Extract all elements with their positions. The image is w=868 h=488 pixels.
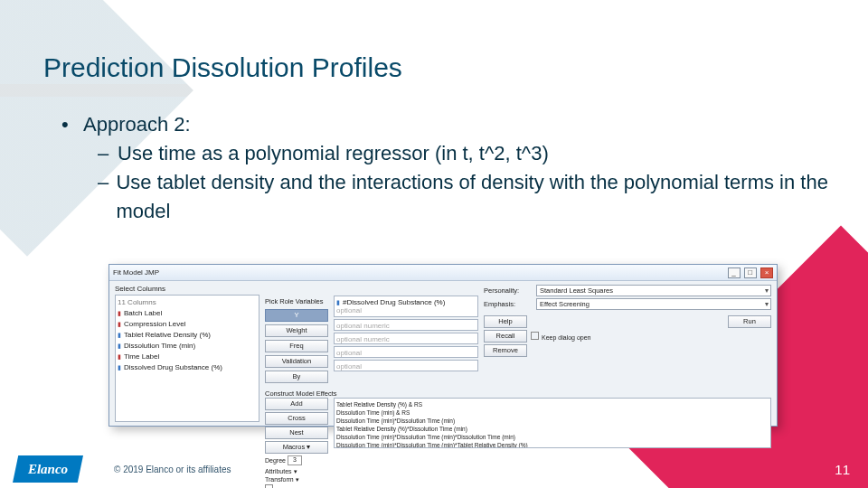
- effect-item[interactable]: Tablet Relative Density (%) & RS: [336, 400, 769, 408]
- effect-item[interactable]: Tablet Relative Density (%)*Dissolution …: [336, 425, 769, 433]
- emphasis-dropdown[interactable]: Effect Screening: [536, 298, 771, 310]
- maximize-button[interactable]: □: [744, 267, 757, 278]
- select-columns-label: Select Columns: [115, 285, 259, 293]
- close-button[interactable]: ×: [760, 267, 773, 278]
- freq-box[interactable]: optional numeric: [334, 333, 478, 344]
- columns-listbox[interactable]: 11 Columns Batch Label Compression Level…: [115, 295, 259, 422]
- list-item[interactable]: Compression Level: [118, 319, 257, 330]
- y-opt: optional: [336, 306, 476, 314]
- personality-label: Personality:: [484, 286, 533, 295]
- recall-button[interactable]: Recall: [484, 330, 527, 343]
- bullet-marker: •: [61, 110, 83, 139]
- footer: Elanco © 2019 Elanco or its affiliates: [0, 450, 868, 488]
- keep-checkbox[interactable]: [531, 332, 539, 340]
- minimize-button[interactable]: _: [728, 267, 741, 278]
- cross-button[interactable]: Cross: [265, 412, 328, 425]
- elanco-logo: Elanco: [13, 455, 83, 483]
- run-button[interactable]: Run: [728, 315, 771, 328]
- role-label: Pick Role Variables: [265, 297, 328, 305]
- page-title: Prediction Dissolution Profiles: [43, 52, 402, 83]
- validation-box[interactable]: optional: [334, 346, 478, 358]
- emphasis-label: Emphasis:: [484, 300, 533, 308]
- nest-button[interactable]: Nest: [265, 427, 328, 439]
- weight-button[interactable]: Weight: [265, 324, 328, 337]
- freq-button[interactable]: Freq: [265, 340, 328, 352]
- by-box[interactable]: optional: [334, 360, 478, 371]
- effect-item[interactable]: Dissolution Time (min) & RS: [336, 408, 769, 417]
- personality-dropdown[interactable]: Standard Least Squares: [536, 285, 771, 296]
- weight-box[interactable]: optional numeric: [334, 319, 478, 331]
- dash-2: –: [98, 168, 116, 226]
- add-button[interactable]: Add: [265, 398, 328, 410]
- remove-button[interactable]: Remove: [484, 344, 527, 357]
- list-item[interactable]: Dissolved Drug Substance (%): [118, 362, 257, 373]
- dialog-titlebar: Fit Model JMP _ □ ×: [109, 265, 777, 281]
- model-dialog: Fit Model JMP _ □ × Select Columns 11 Co…: [108, 264, 778, 427]
- help-button[interactable]: Help: [484, 315, 527, 328]
- bullet-text: Approach 2:: [83, 110, 191, 139]
- list-item[interactable]: Tablet Relative Density (%): [118, 330, 257, 341]
- y-button[interactable]: Y: [265, 309, 328, 322]
- sub-bullet-1: Use time as a polynomial regressor (in t…: [118, 139, 549, 168]
- keep-label: Keep dialog open: [542, 334, 591, 341]
- window-controls: _ □ ×: [726, 267, 773, 278]
- effect-item[interactable]: Dissolution Time (min)*Dissolution Time …: [336, 417, 769, 425]
- dash-1: –: [98, 139, 118, 168]
- effect-item[interactable]: Dissolution Time (min)*Dissolution Time …: [336, 441, 769, 448]
- by-button[interactable]: By: [265, 371, 328, 383]
- list-item[interactable]: Time Label: [118, 352, 257, 362]
- cols-header: 11 Columns: [118, 297, 257, 308]
- y-box[interactable]: #Dissolved Drug Substance (%) optional: [334, 296, 478, 317]
- copyright: © 2019 Elanco or its affiliates: [114, 465, 231, 474]
- effects-listbox[interactable]: Tablet Relative Density (%) & RS Dissolu…: [334, 398, 771, 448]
- body-text: • Approach 2: – Use time as a polynomial…: [61, 110, 832, 226]
- validation-button[interactable]: Validation: [265, 355, 328, 368]
- page-number: 11: [835, 462, 850, 477]
- list-item[interactable]: Dissolution Time (min): [118, 341, 257, 352]
- list-item[interactable]: Batch Label: [118, 308, 257, 319]
- sub-bullet-2: Use tablet density and the interactions …: [116, 168, 832, 226]
- y-item: #Dissolved Drug Substance (%): [336, 298, 476, 306]
- effect-item[interactable]: Dissolution Time (min)*Dissolution Time …: [336, 433, 769, 441]
- effects-header: Construct Model Effects: [265, 389, 771, 398]
- dialog-title-text: Fit Model JMP: [113, 268, 159, 277]
